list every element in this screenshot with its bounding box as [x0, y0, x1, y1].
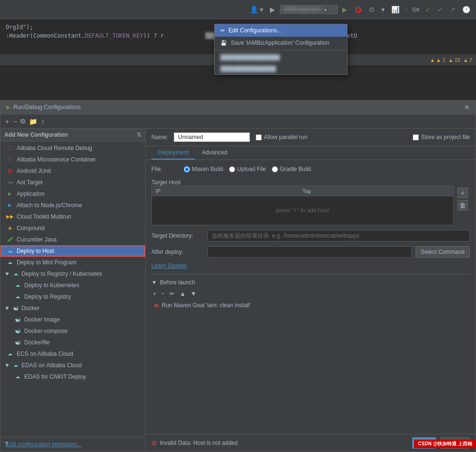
sidebar-item-label: Alibaba Cloud Remote Debug [17, 144, 92, 152]
host-table: IP Tag press "+" to add host [151, 186, 454, 225]
edit-config-templates-link[interactable]: Edit configuration templates... [0, 437, 145, 452]
sidebar-item-ecs-alibaba[interactable]: ☁ ECS on Alibaba Cloud [0, 348, 145, 360]
sidebar-item-docker-compose[interactable]: 🐋 Docker-compose [0, 325, 145, 337]
deploy-registry-group-icon: ☁ [12, 270, 20, 278]
remove-config-button[interactable]: − [12, 117, 18, 126]
allow-parallel-checkbox[interactable] [256, 134, 262, 141]
sidebar-item-cloud-toolkit[interactable]: ▶▶ Cloud Toolkit Multirun [0, 211, 145, 222]
maven-build-radio-input[interactable] [184, 166, 190, 172]
sidebar-item-compound[interactable]: ◈ Compound [0, 222, 145, 234]
csdn-text: @快加特遇 上西柚 [433, 441, 472, 446]
warning-count-2: 15 [455, 57, 460, 63]
dialog-title: ▶ Run/Debug Configurations [6, 104, 80, 110]
sort-config-button[interactable]: ↕ [40, 117, 45, 126]
upload-file-radio[interactable]: Upload File [229, 166, 266, 172]
after-deploy-row: After deploy: Select Command [151, 246, 470, 258]
store-project-checkbox[interactable] [413, 134, 419, 141]
gradle-build-radio[interactable]: Gradle Build [272, 166, 311, 172]
sidebar-item-android-junit[interactable]: 🐞 Android JUnit [0, 165, 145, 177]
clock-icon[interactable]: 🕐 [460, 5, 472, 14]
sidebar-item-cucumber-java[interactable]: 🥒 Cucumber Java [0, 234, 145, 245]
sidebar-item-deploy-registry[interactable]: ☁ Deploy to Registry [0, 291, 145, 302]
git-arrow-up[interactable]: ↗ [448, 5, 457, 14]
remove-host-button[interactable]: 🗑 [457, 200, 468, 211]
warning-3[interactable]: ▲ 7 [463, 57, 472, 63]
sidebar-group-deploy-registry[interactable]: ▼ ☁ Deploy to Registry / Kubernetes [0, 268, 145, 280]
learn-sample-link[interactable]: Learn Sample [151, 262, 187, 269]
ip-column-header: IP [156, 188, 303, 194]
sidebar-group-edas[interactable]: ▼ ☁ EDAS on Alibaba Cloud [0, 360, 145, 371]
docker-group-icon: 🐋 [12, 304, 20, 312]
gradle-build-radio-input[interactable] [272, 166, 278, 172]
store-project-label[interactable]: Store as project file [413, 134, 470, 141]
warning-1[interactable]: ▲ ▲ 1 [430, 57, 446, 63]
ecs-alibaba-icon: ☁ [6, 350, 14, 358]
content-header: Name: Allow parallel run Store as projec… [146, 129, 476, 146]
copy-config-button[interactable]: ⧉ [20, 116, 26, 126]
sidebar-sort-icon[interactable]: ⇅ [137, 131, 141, 138]
sidebar-item-label: Docker Image [24, 315, 60, 324]
upload-file-radio-input[interactable] [229, 166, 235, 172]
add-host-button[interactable]: + [457, 188, 468, 198]
sidebar-item-attach-nodejs[interactable]: ▶ Attach to Node.js/Chrome [0, 200, 145, 211]
android-junit-icon: 🐞 [6, 167, 14, 175]
run-icon[interactable]: ▶ [268, 5, 277, 14]
chevron-down-icon-docker: ▼ [4, 304, 10, 312]
name-input[interactable] [174, 132, 250, 142]
git-checkmark[interactable]: ✓ [423, 5, 433, 14]
warning-icon-1: ▲ [430, 57, 435, 63]
blurred-item-2: ███████████████ [220, 66, 276, 71]
bl-add-button[interactable]: + [151, 290, 158, 298]
sidebar-item-docker-image[interactable]: 🐋 Docker Image [0, 314, 145, 325]
name-label: Name: [151, 134, 168, 141]
select-command-button[interactable]: Select Command [416, 246, 470, 258]
bl-up-button[interactable]: ▲ [178, 290, 187, 298]
sidebar-item-alibaba-microservice[interactable]: ⬛ Alibaba Microservice Container [0, 154, 145, 165]
sidebar-item-dockerfile[interactable]: 🐋 Dockerfile [0, 337, 145, 348]
run-config-selector[interactable]: IAMBizApplication [280, 5, 337, 14]
tab-deployment[interactable]: Deployment [151, 146, 195, 160]
after-deploy-input[interactable] [208, 246, 412, 258]
sidebar-item-edas-cnkit[interactable]: ☁ EDAS for CNKIT Deploy [0, 371, 145, 382]
error-icon: ⊘ [151, 439, 157, 447]
sidebar-item-application[interactable]: ▶ Application [0, 188, 145, 200]
dropdown-save-config[interactable]: 💾 Save 'IAMBizApplication' Configuration [215, 37, 347, 49]
coverage-btn[interactable]: ⊙ [367, 5, 377, 14]
dropdown-edit-config[interactable]: ✏ Edit Configurations... [215, 24, 347, 37]
sidebar-group-docker[interactable]: ▼ 🐋 Docker [0, 302, 145, 314]
sidebar-list: ⬛ Alibaba Cloud Remote Debug ⬛ Alibaba M… [0, 141, 145, 437]
run-btn[interactable]: ▶ [340, 5, 349, 14]
tab-advanced[interactable]: Advanced [195, 146, 234, 160]
dropdown-blurred-1: ████████████████ [215, 51, 347, 63]
bl-edit-button[interactable]: ✏ [168, 290, 176, 298]
sidebar-item-deploy-mini-program[interactable]: ☁ Deploy to Mini Program [0, 257, 145, 268]
sidebar-item-label: Attach to Node.js/Chrome [17, 201, 82, 210]
folder-config-button[interactable]: 📁 [28, 117, 38, 126]
maven-build-radio[interactable]: Maven Build [184, 166, 223, 172]
add-config-button[interactable]: + [4, 117, 10, 126]
warning-2[interactable]: ▲ 15 [448, 57, 460, 63]
close-button[interactable]: ✕ [464, 103, 470, 111]
bl-remove-button[interactable]: − [160, 290, 167, 298]
user-icon[interactable]: 👤 ▾ [248, 5, 265, 14]
sidebar-item-label: Cloud Toolkit Multirun [17, 212, 71, 221]
target-dir-input[interactable] [208, 230, 470, 241]
save-icon: 💾 [220, 40, 227, 46]
sidebar-item-ant-target[interactable]: 🐜 Ant Target [0, 177, 145, 188]
sidebar-item-deploy-kubernetes[interactable]: ☁ Deploy to Kubernetes [0, 280, 145, 291]
dialog-body: Add New Configuration ⇅ ⬛ Alibaba Cloud … [0, 129, 476, 452]
more-btn[interactable]: ▾ [379, 5, 387, 14]
deploy-kubernetes-icon: ☁ [14, 281, 21, 289]
bl-down-button[interactable]: ▼ [189, 290, 198, 298]
allow-parallel-label[interactable]: Allow parallel run [256, 134, 307, 141]
maven-goal-item[interactable]: m Run Maven Goal 'iam: clean install' [151, 301, 470, 310]
sidebar-item-deploy-to-host[interactable]: ☁ Deploy to Host [0, 245, 145, 257]
sidebar-item-label: Docker-compose [24, 327, 68, 335]
git-checkmark2[interactable]: ✓ [436, 5, 445, 14]
debug-btn[interactable]: 🐞 [352, 5, 364, 14]
attach-nodejs-icon: ▶ [6, 201, 14, 209]
sidebar: Add New Configuration ⇅ ⬛ Alibaba Cloud … [0, 129, 146, 452]
sidebar-item-alibaba-remote-debug[interactable]: ⬛ Alibaba Cloud Remote Debug [0, 142, 145, 154]
profiler-btn[interactable]: 📊 [389, 5, 401, 14]
help-button[interactable]: ? [4, 440, 8, 448]
